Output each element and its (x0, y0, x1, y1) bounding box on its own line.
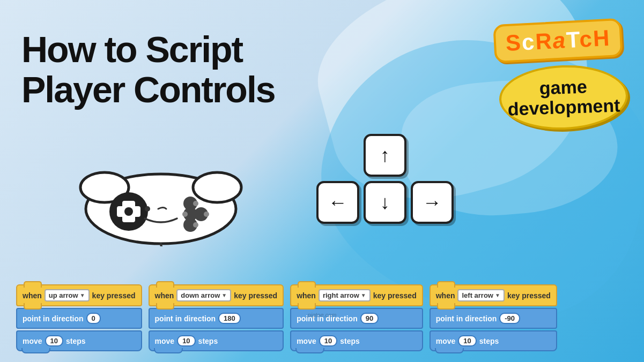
page-title: How to Script Player Controls (21, 29, 275, 110)
move-value-down: 10 (177, 335, 195, 346)
svg-point-11 (193, 201, 198, 206)
scratch-logo-badge: ScRATcH game development (494, 21, 628, 130)
move-label-right: move (297, 337, 316, 345)
svg-point-12 (204, 212, 209, 217)
event-suffix-down: key pressed (234, 291, 277, 300)
svg-point-15 (145, 206, 150, 212)
move-value-up: 10 (45, 335, 63, 346)
block-move-left: move 10 steps (430, 330, 557, 351)
key-right: → (411, 181, 454, 224)
event-prefix-up: when (23, 291, 42, 300)
key-down: ↓ (364, 181, 406, 224)
block-move-right: move 10 steps (290, 330, 423, 351)
direction-value-up: 0 (86, 313, 101, 324)
scratch-logo-text: ScRATcH (505, 25, 611, 56)
block-direction-down: point in direction 180 (149, 308, 284, 329)
move-value-left: 10 (458, 335, 476, 346)
block-move-down: move 10 steps (149, 330, 284, 351)
game-dev-badge: game development (498, 63, 629, 132)
direction-label-down: point in direction (155, 314, 216, 323)
event-prefix-left: when (436, 291, 455, 300)
event-prefix-down: when (155, 291, 174, 300)
title-line2: Player Controls (21, 70, 275, 110)
event-prefix-right: when (297, 291, 316, 300)
block-direction-right: point in direction 90 (290, 308, 423, 329)
title-line1: How to Script (21, 29, 275, 70)
key-dropdown-down[interactable]: down arrow ▼ (176, 289, 231, 301)
steps-label-left: steps (479, 337, 499, 345)
controller-illustration (75, 161, 247, 248)
event-suffix-left: key pressed (507, 291, 551, 300)
move-label-up: move (23, 337, 42, 345)
block-move-up: move 10 steps (16, 330, 142, 351)
dropdown-arrow-right: ▼ (361, 292, 366, 298)
direction-label-up: point in direction (23, 314, 84, 323)
block-group-left: when left arrow ▼ key pressed point in d… (430, 284, 557, 351)
direction-value-right: 90 (360, 313, 379, 324)
event-suffix-right: key pressed (373, 291, 417, 300)
svg-point-13 (182, 212, 188, 217)
key-dropdown-left[interactable]: left arrow ▼ (457, 289, 504, 301)
dropdown-arrow-up: ▼ (80, 292, 85, 298)
key-dropdown-right[interactable]: right arrow ▼ (319, 289, 371, 301)
block-direction-left: point in direction -90 (430, 308, 557, 329)
event-suffix-up: key pressed (92, 291, 136, 300)
dropdown-arrow-left: ▼ (495, 292, 500, 298)
move-label-left: move (436, 337, 456, 345)
scratch-logo: ScRATcH (493, 18, 623, 63)
watermark: pigtoe.com (308, 312, 337, 318)
direction-value-left: -90 (499, 313, 520, 324)
block-group-down: when down arrow ▼ key pressed point in d… (149, 284, 284, 351)
key-left: ← (316, 181, 359, 224)
steps-label-up: steps (66, 337, 86, 345)
block-direction-up: point in direction 0 (16, 308, 142, 329)
move-label-down: move (155, 337, 175, 345)
block-event-right: when right arrow ▼ key pressed (290, 284, 423, 306)
block-event-left: when left arrow ▼ key pressed (430, 284, 557, 306)
game-dev-text: game development (507, 76, 620, 119)
block-event-down: when down arrow ▼ key pressed (149, 284, 284, 306)
steps-label-down: steps (198, 337, 218, 345)
direction-label-left: point in direction (436, 314, 497, 323)
svg-point-14 (193, 222, 198, 228)
steps-label-right: steps (340, 337, 360, 345)
dropdown-arrow-down: ▼ (221, 292, 227, 298)
svg-point-6 (124, 207, 133, 216)
key-up: ↑ (364, 134, 406, 177)
key-dropdown-up[interactable]: up arrow ▼ (45, 289, 90, 301)
move-value-right: 10 (319, 335, 337, 346)
direction-value-down: 180 (218, 313, 241, 324)
svg-point-2 (193, 172, 241, 202)
block-group-up: when up arrow ▼ key pressed point in dir… (16, 284, 142, 351)
block-event-up: when up arrow ▼ key pressed (16, 284, 142, 306)
